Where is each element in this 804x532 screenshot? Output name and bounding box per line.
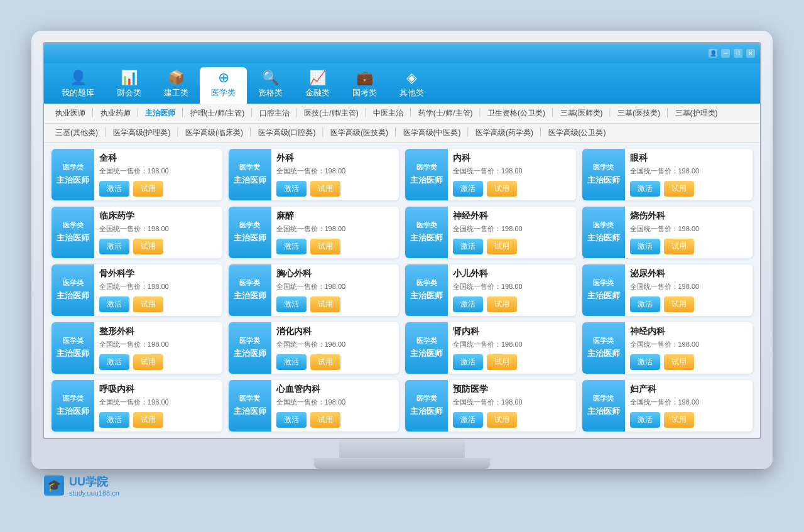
activate-button-15[interactable]: 激活 <box>630 354 660 370</box>
activate-button-8[interactable]: 激活 <box>99 296 129 312</box>
activate-button-0[interactable]: 激活 <box>99 181 129 197</box>
activate-button-11[interactable]: 激活 <box>630 296 660 312</box>
trial-button-14[interactable]: 试用 <box>487 354 517 370</box>
trial-button-13[interactable]: 试用 <box>310 354 340 370</box>
nav-item-finance[interactable]: 📊财会类 <box>106 67 153 104</box>
card-body-4: 临床药学 全国统一售价：198.00 激活 试用 <box>94 207 222 258</box>
card-badge-main-7: 主治医师 <box>587 232 620 244</box>
trial-button-18[interactable]: 试用 <box>487 412 517 428</box>
nav-label-all-finance: 金融类 <box>305 87 330 99</box>
sub-nav-item-5[interactable]: 医技(士/师/主管) <box>299 106 364 121</box>
card-title-8: 骨外科学 <box>99 268 217 280</box>
nav-bar: 👤我的题库📊财会类📦建工类⊕医学类🔍资格类📈金融类💼国考类◈其他类 <box>44 63 760 104</box>
nav-item-all-finance[interactable]: 📈金融类 <box>294 67 341 104</box>
card-actions-2: 激活 试用 <box>453 181 571 197</box>
activate-button-14[interactable]: 激活 <box>453 354 483 370</box>
activate-button-16[interactable]: 激活 <box>99 412 129 428</box>
nav-icon-all-finance: 📈 <box>309 71 326 85</box>
card-title-14: 肾内科 <box>453 326 571 337</box>
activate-button-18[interactable]: 激活 <box>453 412 483 428</box>
monitor-stand <box>43 439 761 469</box>
activate-button-10[interactable]: 激活 <box>453 296 483 312</box>
sub-nav-item-9[interactable]: 三基(医师类) <box>555 106 608 121</box>
sub-nav-item-2[interactable]: 主治医师 <box>140 106 180 121</box>
sub-nav2-item-5[interactable]: 医学高级(中医类) <box>398 126 466 140</box>
card-badge-top-5: 医学类 <box>239 220 260 230</box>
trial-button-0[interactable]: 试用 <box>133 181 163 197</box>
nav-item-my-library[interactable]: 👤我的题库 <box>50 67 106 104</box>
sub-nav2-item-4[interactable]: 医学高级(医技类) <box>325 126 393 140</box>
card-actions-13: 激活 试用 <box>276 354 394 370</box>
trial-button-2[interactable]: 试用 <box>487 181 517 197</box>
trial-button-7[interactable]: 试用 <box>664 239 694 254</box>
card-badge-3: 医学类 主治医师 <box>582 149 625 200</box>
activate-button-9[interactable]: 激活 <box>276 296 307 312</box>
minimize-button[interactable]: ─ <box>721 49 730 58</box>
close-button[interactable]: ✕ <box>746 49 755 58</box>
activate-button-6[interactable]: 激活 <box>453 239 483 254</box>
trial-button-10[interactable]: 试用 <box>487 296 517 312</box>
sub-nav-sep2-1: │ <box>103 126 108 140</box>
sub-nav-item-3[interactable]: 护理(士/师/主管) <box>185 106 250 121</box>
activate-button-1[interactable]: 激活 <box>276 181 307 197</box>
card-price-11: 全国统一售价：198.00 <box>630 282 748 291</box>
sub-nav2-item-3[interactable]: 医学高级(口腔类) <box>253 126 321 140</box>
activate-button-12[interactable]: 激活 <box>99 354 129 370</box>
product-card-9: 医学类 主治医师 胸心外科 全国统一售价：198.00 激活 试用 <box>229 264 399 316</box>
card-title-18: 预防医学 <box>453 384 571 395</box>
trial-button-3[interactable]: 试用 <box>664 181 694 197</box>
trial-button-11[interactable]: 试用 <box>664 296 694 312</box>
card-badge-main-19: 主治医师 <box>587 406 620 417</box>
sub-nav-item-6[interactable]: 中医主治 <box>368 106 408 121</box>
sub-nav-item-8[interactable]: 卫生资格(公卫类) <box>482 106 550 121</box>
activate-button-7[interactable]: 激活 <box>630 239 660 254</box>
sub-nav2-item-1[interactable]: 医学高级(护理类) <box>108 126 176 140</box>
trial-button-16[interactable]: 试用 <box>133 412 163 428</box>
activate-button-19[interactable]: 激活 <box>630 412 660 428</box>
sub-nav2-item-2[interactable]: 医学高级(临床类) <box>180 126 248 140</box>
nav-item-construction[interactable]: 📦建工类 <box>153 67 200 104</box>
sub-nav2-item-0[interactable]: 三基(其他类) <box>50 126 103 140</box>
nav-item-medical[interactable]: ⊕医学类 <box>200 67 247 104</box>
activate-button-4[interactable]: 激活 <box>99 239 129 254</box>
nav-item-national-exam[interactable]: 💼国考类 <box>341 67 388 104</box>
sub-nav-item-0[interactable]: 执业医师 <box>50 106 90 121</box>
card-badge-main-0: 主治医师 <box>57 175 89 186</box>
card-badge-main-13: 主治医师 <box>234 348 266 359</box>
activate-button-17[interactable]: 激活 <box>276 412 307 428</box>
nav-label-my-library: 我的题库 <box>62 87 94 99</box>
sub-nav2-item-6[interactable]: 医学高级(药学类) <box>470 126 538 140</box>
sub-nav2-item-7[interactable]: 医学高级(公卫类) <box>543 126 611 140</box>
card-title-2: 内科 <box>453 153 571 164</box>
trial-button-15[interactable]: 试用 <box>664 354 694 370</box>
activate-button-3[interactable]: 激活 <box>630 181 660 197</box>
trial-button-1[interactable]: 试用 <box>310 181 340 197</box>
trial-button-5[interactable]: 试用 <box>310 239 340 254</box>
user-button[interactable]: 👤 <box>709 49 717 58</box>
activate-button-13[interactable]: 激活 <box>276 354 307 370</box>
sub-nav-item-11[interactable]: 三基(护理类) <box>670 106 723 121</box>
trial-button-4[interactable]: 试用 <box>133 239 163 254</box>
card-body-6: 神经外科 全国统一售价：198.00 激活 试用 <box>448 207 576 258</box>
sub-nav-item-1[interactable]: 执业药师 <box>95 106 136 121</box>
trial-button-12[interactable]: 试用 <box>133 354 163 370</box>
sub-nav-item-4[interactable]: 口腔主治 <box>254 106 295 121</box>
card-title-13: 消化内科 <box>276 326 394 337</box>
trial-button-17[interactable]: 试用 <box>310 412 340 428</box>
card-title-4: 临床药学 <box>99 210 217 222</box>
product-card-10: 医学类 主治医师 小儿外科 全国统一售价：198.00 激活 试用 <box>405 264 576 316</box>
card-actions-15: 激活 试用 <box>630 354 748 370</box>
maximize-button[interactable]: □ <box>734 49 742 58</box>
nav-item-others[interactable]: ◈其他类 <box>388 67 435 104</box>
card-badge-top-8: 医学类 <box>63 278 84 288</box>
sub-nav-item-7[interactable]: 药学(士/师/主管) <box>413 106 478 121</box>
nav-item-qualification[interactable]: 🔍资格类 <box>247 67 294 104</box>
activate-button-2[interactable]: 激活 <box>453 181 483 197</box>
card-actions-1: 激活 试用 <box>276 181 394 197</box>
trial-button-19[interactable]: 试用 <box>664 412 694 428</box>
trial-button-9[interactable]: 试用 <box>310 296 340 312</box>
trial-button-6[interactable]: 试用 <box>487 239 517 254</box>
trial-button-8[interactable]: 试用 <box>133 296 163 312</box>
activate-button-5[interactable]: 激活 <box>276 239 307 254</box>
sub-nav-item-10[interactable]: 三基(医技类) <box>612 106 665 121</box>
